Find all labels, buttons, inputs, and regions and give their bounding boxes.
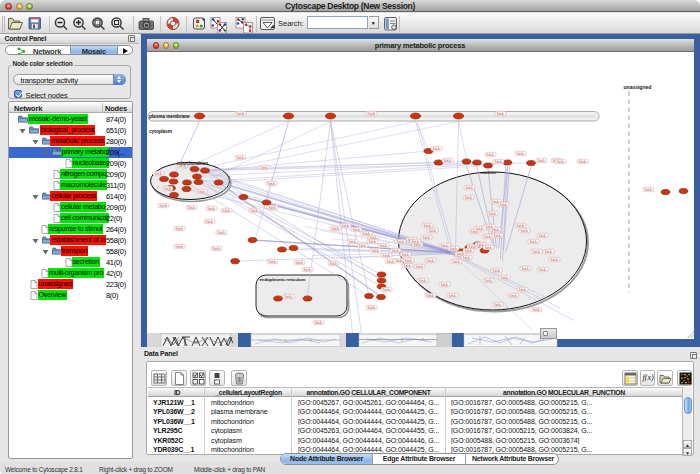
svg-text:mitochondrion: mitochondrion bbox=[177, 160, 208, 165]
svg-text:unassigned: unassigned bbox=[623, 84, 651, 90]
svg-text:plasma membrane: plasma membrane bbox=[149, 114, 190, 119]
svg-text:cytoplasm: cytoplasm bbox=[149, 129, 172, 134]
svg-text:nucleus: nucleus bbox=[480, 170, 496, 175]
svg-text:endoplasmic reticulum: endoplasmic reticulum bbox=[259, 277, 305, 282]
